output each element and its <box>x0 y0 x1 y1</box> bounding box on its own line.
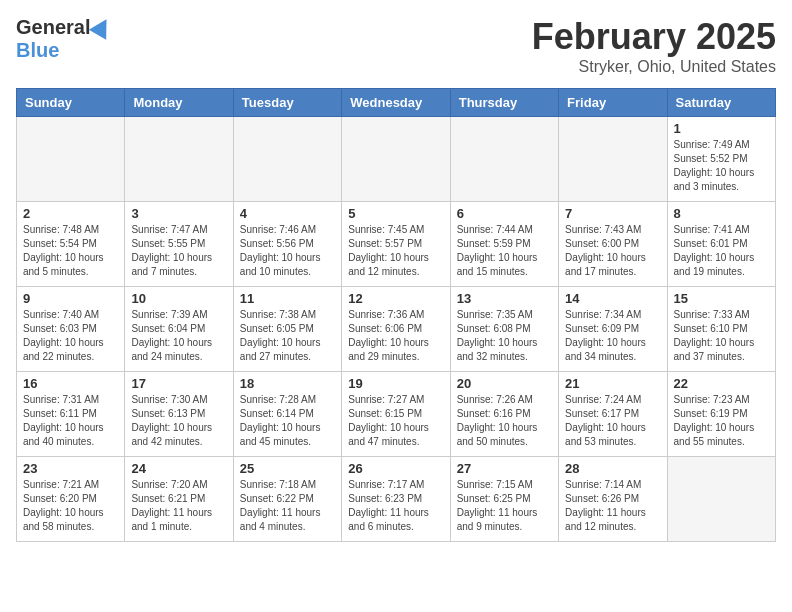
day-number: 23 <box>23 461 118 476</box>
calendar-cell: 22Sunrise: 7:23 AM Sunset: 6:19 PM Dayli… <box>667 372 775 457</box>
day-number: 1 <box>674 121 769 136</box>
calendar-cell: 7Sunrise: 7:43 AM Sunset: 6:00 PM Daylig… <box>559 202 667 287</box>
calendar-cell: 14Sunrise: 7:34 AM Sunset: 6:09 PM Dayli… <box>559 287 667 372</box>
day-number: 12 <box>348 291 443 306</box>
calendar-cell <box>125 117 233 202</box>
day-number: 8 <box>674 206 769 221</box>
day-info: Sunrise: 7:33 AM Sunset: 6:10 PM Dayligh… <box>674 308 769 364</box>
day-number: 3 <box>131 206 226 221</box>
calendar-cell: 8Sunrise: 7:41 AM Sunset: 6:01 PM Daylig… <box>667 202 775 287</box>
day-info: Sunrise: 7:30 AM Sunset: 6:13 PM Dayligh… <box>131 393 226 449</box>
logo: General Blue <box>16 16 112 62</box>
month-title: February 2025 <box>532 16 776 58</box>
calendar-cell: 17Sunrise: 7:30 AM Sunset: 6:13 PM Dayli… <box>125 372 233 457</box>
day-number: 2 <box>23 206 118 221</box>
day-info: Sunrise: 7:45 AM Sunset: 5:57 PM Dayligh… <box>348 223 443 279</box>
day-info: Sunrise: 7:14 AM Sunset: 6:26 PM Dayligh… <box>565 478 660 534</box>
day-info: Sunrise: 7:18 AM Sunset: 6:22 PM Dayligh… <box>240 478 335 534</box>
calendar-cell <box>450 117 558 202</box>
day-info: Sunrise: 7:15 AM Sunset: 6:25 PM Dayligh… <box>457 478 552 534</box>
logo-blue-text: Blue <box>16 39 59 62</box>
calendar-cell <box>667 457 775 542</box>
day-info: Sunrise: 7:49 AM Sunset: 5:52 PM Dayligh… <box>674 138 769 194</box>
calendar-header-tuesday: Tuesday <box>233 89 341 117</box>
day-info: Sunrise: 7:39 AM Sunset: 6:04 PM Dayligh… <box>131 308 226 364</box>
day-info: Sunrise: 7:21 AM Sunset: 6:20 PM Dayligh… <box>23 478 118 534</box>
calendar-cell: 6Sunrise: 7:44 AM Sunset: 5:59 PM Daylig… <box>450 202 558 287</box>
day-info: Sunrise: 7:17 AM Sunset: 6:23 PM Dayligh… <box>348 478 443 534</box>
day-info: Sunrise: 7:46 AM Sunset: 5:56 PM Dayligh… <box>240 223 335 279</box>
calendar-cell: 16Sunrise: 7:31 AM Sunset: 6:11 PM Dayli… <box>17 372 125 457</box>
day-number: 21 <box>565 376 660 391</box>
day-info: Sunrise: 7:35 AM Sunset: 6:08 PM Dayligh… <box>457 308 552 364</box>
day-info: Sunrise: 7:44 AM Sunset: 5:59 PM Dayligh… <box>457 223 552 279</box>
day-number: 10 <box>131 291 226 306</box>
logo-general-text: General <box>16 16 90 39</box>
day-number: 13 <box>457 291 552 306</box>
day-number: 5 <box>348 206 443 221</box>
calendar-header-thursday: Thursday <box>450 89 558 117</box>
logo-triangle-icon <box>89 14 115 40</box>
day-number: 17 <box>131 376 226 391</box>
location-text: Stryker, Ohio, United States <box>532 58 776 76</box>
day-info: Sunrise: 7:47 AM Sunset: 5:55 PM Dayligh… <box>131 223 226 279</box>
day-number: 6 <box>457 206 552 221</box>
day-info: Sunrise: 7:38 AM Sunset: 6:05 PM Dayligh… <box>240 308 335 364</box>
calendar-header-friday: Friday <box>559 89 667 117</box>
calendar-cell: 27Sunrise: 7:15 AM Sunset: 6:25 PM Dayli… <box>450 457 558 542</box>
day-number: 19 <box>348 376 443 391</box>
day-number: 28 <box>565 461 660 476</box>
day-number: 4 <box>240 206 335 221</box>
calendar-cell: 2Sunrise: 7:48 AM Sunset: 5:54 PM Daylig… <box>17 202 125 287</box>
calendar-cell: 21Sunrise: 7:24 AM Sunset: 6:17 PM Dayli… <box>559 372 667 457</box>
day-number: 18 <box>240 376 335 391</box>
day-info: Sunrise: 7:31 AM Sunset: 6:11 PM Dayligh… <box>23 393 118 449</box>
day-number: 25 <box>240 461 335 476</box>
calendar-header-wednesday: Wednesday <box>342 89 450 117</box>
calendar-cell: 1Sunrise: 7:49 AM Sunset: 5:52 PM Daylig… <box>667 117 775 202</box>
calendar-cell: 23Sunrise: 7:21 AM Sunset: 6:20 PM Dayli… <box>17 457 125 542</box>
calendar-cell: 19Sunrise: 7:27 AM Sunset: 6:15 PM Dayli… <box>342 372 450 457</box>
day-info: Sunrise: 7:43 AM Sunset: 6:00 PM Dayligh… <box>565 223 660 279</box>
day-info: Sunrise: 7:24 AM Sunset: 6:17 PM Dayligh… <box>565 393 660 449</box>
calendar-cell: 5Sunrise: 7:45 AM Sunset: 5:57 PM Daylig… <box>342 202 450 287</box>
day-info: Sunrise: 7:23 AM Sunset: 6:19 PM Dayligh… <box>674 393 769 449</box>
day-info: Sunrise: 7:48 AM Sunset: 5:54 PM Dayligh… <box>23 223 118 279</box>
calendar-cell: 10Sunrise: 7:39 AM Sunset: 6:04 PM Dayli… <box>125 287 233 372</box>
calendar-cell: 18Sunrise: 7:28 AM Sunset: 6:14 PM Dayli… <box>233 372 341 457</box>
title-section: February 2025 Stryker, Ohio, United Stat… <box>532 16 776 76</box>
calendar-cell: 26Sunrise: 7:17 AM Sunset: 6:23 PM Dayli… <box>342 457 450 542</box>
day-info: Sunrise: 7:40 AM Sunset: 6:03 PM Dayligh… <box>23 308 118 364</box>
calendar-cell: 3Sunrise: 7:47 AM Sunset: 5:55 PM Daylig… <box>125 202 233 287</box>
day-number: 14 <box>565 291 660 306</box>
day-info: Sunrise: 7:28 AM Sunset: 6:14 PM Dayligh… <box>240 393 335 449</box>
calendar-cell <box>233 117 341 202</box>
calendar-cell: 25Sunrise: 7:18 AM Sunset: 6:22 PM Dayli… <box>233 457 341 542</box>
calendar-cell <box>342 117 450 202</box>
calendar-cell: 24Sunrise: 7:20 AM Sunset: 6:21 PM Dayli… <box>125 457 233 542</box>
calendar-table: SundayMondayTuesdayWednesdayThursdayFrid… <box>16 88 776 542</box>
calendar-cell: 13Sunrise: 7:35 AM Sunset: 6:08 PM Dayli… <box>450 287 558 372</box>
calendar-cell: 12Sunrise: 7:36 AM Sunset: 6:06 PM Dayli… <box>342 287 450 372</box>
day-number: 15 <box>674 291 769 306</box>
day-number: 11 <box>240 291 335 306</box>
calendar-header-sunday: Sunday <box>17 89 125 117</box>
calendar-cell: 28Sunrise: 7:14 AM Sunset: 6:26 PM Dayli… <box>559 457 667 542</box>
day-number: 9 <box>23 291 118 306</box>
calendar-cell: 11Sunrise: 7:38 AM Sunset: 6:05 PM Dayli… <box>233 287 341 372</box>
day-number: 26 <box>348 461 443 476</box>
calendar-cell: 4Sunrise: 7:46 AM Sunset: 5:56 PM Daylig… <box>233 202 341 287</box>
calendar-cell: 15Sunrise: 7:33 AM Sunset: 6:10 PM Dayli… <box>667 287 775 372</box>
day-info: Sunrise: 7:36 AM Sunset: 6:06 PM Dayligh… <box>348 308 443 364</box>
day-info: Sunrise: 7:20 AM Sunset: 6:21 PM Dayligh… <box>131 478 226 534</box>
calendar-cell <box>17 117 125 202</box>
calendar-cell: 9Sunrise: 7:40 AM Sunset: 6:03 PM Daylig… <box>17 287 125 372</box>
day-info: Sunrise: 7:41 AM Sunset: 6:01 PM Dayligh… <box>674 223 769 279</box>
day-info: Sunrise: 7:34 AM Sunset: 6:09 PM Dayligh… <box>565 308 660 364</box>
day-number: 20 <box>457 376 552 391</box>
day-info: Sunrise: 7:27 AM Sunset: 6:15 PM Dayligh… <box>348 393 443 449</box>
calendar-cell <box>559 117 667 202</box>
page-header: General Blue February 2025 Stryker, Ohio… <box>16 16 776 76</box>
day-number: 22 <box>674 376 769 391</box>
day-number: 24 <box>131 461 226 476</box>
